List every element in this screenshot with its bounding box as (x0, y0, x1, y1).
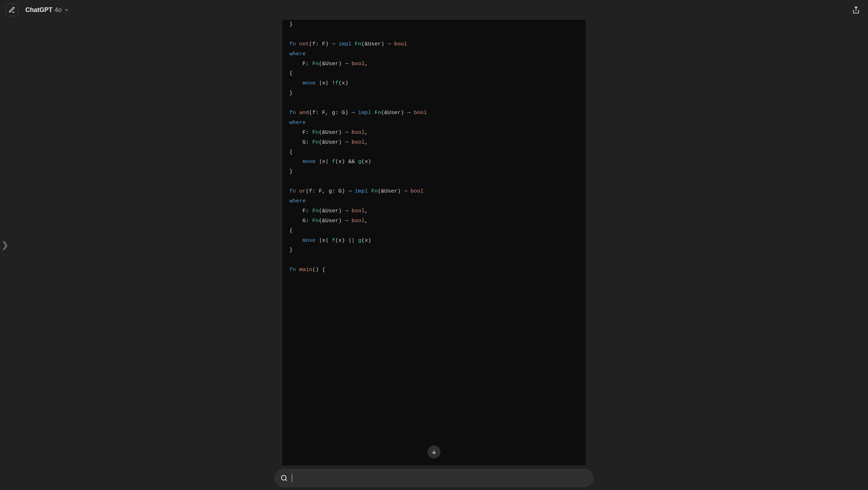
model-name: ChatGPT (25, 6, 52, 14)
scroll-down-button[interactable] (428, 446, 440, 458)
main-content: } fn not(f: F) → impl Fn(&User) → bool w… (0, 20, 868, 465)
svg-line-3 (285, 479, 287, 481)
arrow-down-icon (431, 449, 437, 455)
header: ChatGPT 4o (0, 0, 868, 20)
share-icon (852, 6, 860, 14)
model-version: 4o (55, 6, 62, 14)
chevron-down-icon (64, 7, 69, 13)
search-icon (281, 475, 288, 482)
input-area (0, 465, 868, 490)
message-input[interactable] (275, 469, 593, 487)
share-button[interactable] (850, 4, 862, 16)
svg-point-2 (282, 476, 286, 480)
input-cursor (292, 474, 292, 482)
new-chat-button[interactable] (6, 4, 18, 16)
model-selector[interactable]: ChatGPT 4o (25, 6, 69, 14)
code-block: } fn not(f: F) → impl Fn(&User) → bool w… (282, 20, 586, 465)
edit-icon (8, 6, 15, 13)
